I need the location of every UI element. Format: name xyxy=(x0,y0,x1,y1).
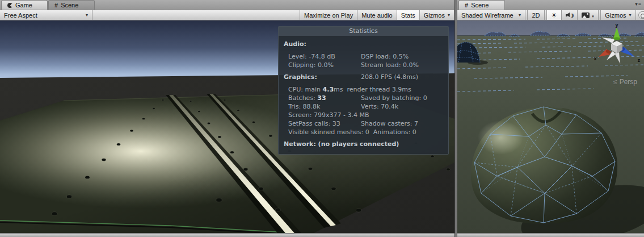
aspect-dropdown-label: Free Aspect xyxy=(4,12,37,19)
game-gizmos-dropdown[interactable]: Gizmos xyxy=(420,10,454,20)
maximize-on-play-button[interactable]: Maximize on Play xyxy=(300,10,357,20)
pane-menu-icons[interactable]: ▾≡ xyxy=(635,1,642,7)
audio-heading: Audio: xyxy=(283,40,444,49)
sun-icon xyxy=(551,12,557,19)
effects-dropdown-button[interactable] xyxy=(578,10,599,20)
scene-tabstrip: Scene ▾≡ xyxy=(457,0,644,10)
speaker-icon xyxy=(566,12,571,18)
render-mode-label: Shaded Wireframe xyxy=(461,12,513,19)
mute-audio-button[interactable]: Mute audio xyxy=(357,10,397,20)
render-mode-dropdown[interactable]: Shaded Wireframe xyxy=(457,10,525,20)
graphics-heading-row: Graphics: 208.0 FPS (4.8ms) xyxy=(283,73,444,82)
fps-value: 208.0 FPS (4.8ms) xyxy=(361,73,418,82)
statistics-overlay: Statistics Audio: Level: -74.8 dB DSP lo… xyxy=(278,26,449,155)
screen-row: Screen: 799x377 - 3.4 MB xyxy=(283,111,444,119)
sound-waves-icon: )) xyxy=(571,13,573,18)
lighting-toggle-button[interactable] xyxy=(546,10,562,20)
axis-gizmo[interactable]: y x z xyxy=(591,24,643,69)
scene-viewport[interactable]: y x z Persp xyxy=(457,20,644,233)
tab-game[interactable]: Game xyxy=(1,0,48,10)
search-input[interactable] xyxy=(638,11,644,19)
chevron-down-icon xyxy=(86,13,88,18)
axis-y-label: y xyxy=(615,24,618,28)
tab-scene[interactable]: Scene xyxy=(458,0,505,10)
scene-gizmos-label: Gizmos xyxy=(605,12,626,19)
network-heading: Network: (no players connected) xyxy=(283,140,444,149)
image-effects-icon xyxy=(582,13,590,18)
tab-scene-label: Scene xyxy=(61,2,78,9)
perspective-toggle[interactable]: Persp xyxy=(613,78,637,86)
audio-toggle-button[interactable]: )) xyxy=(562,10,578,20)
2d-label: 2D xyxy=(532,12,540,19)
chevron-down-icon xyxy=(629,13,632,18)
tris-row: Tris: 88.8k Verts: 70.4k xyxy=(283,102,444,111)
axis-x-label: x xyxy=(594,56,596,61)
game-panel: Game Scene Free Aspect Maximize on Play … xyxy=(0,0,454,237)
stats-button[interactable]: Stats xyxy=(397,10,420,20)
axis-z-label: z xyxy=(638,57,641,63)
tab-game-label: Game xyxy=(15,2,32,9)
graphics-heading: Graphics: xyxy=(283,73,361,82)
window-bottom-edge xyxy=(457,233,644,237)
scene-panel: Scene ▾≡ Shaded Wireframe 2D )) xyxy=(457,0,644,237)
perspective-icon xyxy=(613,78,617,86)
scene-grid-icon xyxy=(54,2,58,9)
maximize-on-play-label: Maximize on Play xyxy=(304,12,353,19)
aspect-dropdown[interactable]: Free Aspect xyxy=(0,10,92,20)
chevron-down-icon xyxy=(519,13,521,18)
scene-tab-label: Scene xyxy=(471,2,489,9)
mute-audio-label: Mute audio xyxy=(361,12,392,19)
setpass-row: SetPass calls: 33 Shadow casters: 7 xyxy=(283,119,444,128)
scene-grid-icon xyxy=(465,2,468,9)
scene-toolbar: Shaded Wireframe 2D )) Gizmos xyxy=(457,10,644,20)
game-gizmos-label: Gizmos xyxy=(424,12,445,19)
cpu-row: CPU: main 4.3ms render thread 3.9ms xyxy=(283,85,444,94)
persp-label: Persp xyxy=(620,78,637,86)
window-bottom-edge xyxy=(0,233,454,237)
game-toolbar: Free Aspect Maximize on Play Mute audio … xyxy=(0,10,454,20)
unity-editor-window: Game Scene Free Aspect Maximize on Play … xyxy=(0,0,644,237)
batches-row: Batches: 33 Saved by batching: 0 xyxy=(283,94,444,102)
audio-row-1: Level: -74.8 dB DSP load: 0.5% xyxy=(283,52,444,61)
tab-scene-docked[interactable]: Scene xyxy=(48,0,95,10)
chevron-down-icon xyxy=(592,12,594,19)
statistics-title: Statistics xyxy=(279,27,448,36)
scene-gizmos-dropdown[interactable]: Gizmos xyxy=(600,10,635,20)
stats-label: Stats xyxy=(401,12,415,19)
game-tabstrip: Game Scene xyxy=(0,0,454,10)
chevron-down-icon xyxy=(448,13,450,18)
2d-toggle-button[interactable]: 2D xyxy=(527,10,544,20)
game-view-icon xyxy=(7,3,12,8)
hamburger-menu-icon: ≡ xyxy=(638,1,642,7)
skinned-row: Visible skinned meshes: 0 Animations: 0 xyxy=(283,128,444,136)
game-viewport[interactable]: Statistics Audio: Level: -74.8 dB DSP lo… xyxy=(0,20,454,233)
audio-row-2: Clipping: 0.0% Stream load: 0.0% xyxy=(283,61,444,69)
